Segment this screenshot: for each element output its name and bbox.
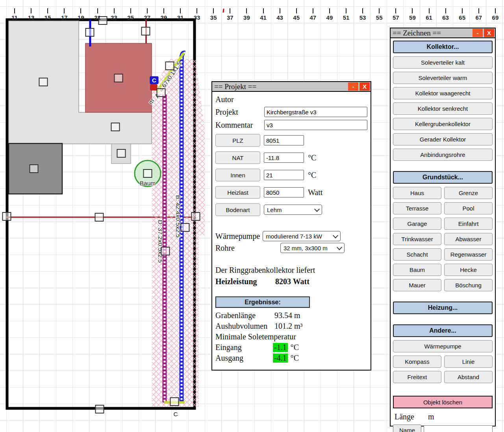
ausgang-label: Ausgang [215, 354, 273, 363]
heizung-header-button[interactable]: Heizung... [393, 302, 493, 314]
button-gerader-kollektor[interactable]: Gerader Kollektor [393, 133, 493, 145]
grabenlaenge-label: Grabenlänge [215, 311, 274, 320]
brine-distributor-cold[interactable]: C [150, 76, 158, 84]
ruler-number: 45 [293, 14, 300, 21]
name-button[interactable]: Name [393, 425, 421, 432]
ruler-number: 25 [127, 14, 134, 21]
button-abstand[interactable]: Abstand [444, 371, 493, 383]
selection-handle[interactable] [111, 123, 120, 131]
close-button[interactable]: X [359, 82, 370, 91]
button-linie[interactable]: Linie [444, 356, 493, 368]
project-titlebar[interactable]: == Projekt == - X [212, 82, 371, 92]
button-pool[interactable]: Pool [444, 202, 493, 214]
chevron-down-icon [333, 233, 338, 238]
selection-handle[interactable] [170, 398, 179, 406]
waermepumpe-select[interactable]: modulierend 7-13 kW [263, 231, 341, 241]
ruler-number: 55 [376, 14, 383, 21]
ruler-tick [379, 8, 380, 13]
minimize-button[interactable]: - [472, 29, 483, 37]
ruler-tick [47, 8, 48, 13]
heizlast-input[interactable] [264, 187, 304, 197]
selection-handle[interactable] [142, 27, 150, 35]
selection-handle[interactable] [192, 212, 200, 220]
button-soleverteiler-warm[interactable]: Soleverteiler warm [393, 72, 493, 84]
ruler-tick [114, 8, 115, 13]
button-kompass[interactable]: Kompass [393, 356, 441, 368]
button-soleverteiler-kalt[interactable]: Soleverteiler kalt [393, 56, 493, 69]
ruler-tick [180, 8, 181, 13]
selection-handle[interactable] [96, 405, 104, 413]
innen-button[interactable]: Innen [215, 169, 260, 181]
bodenart-select[interactable]: Lehm [264, 205, 322, 215]
ruler-number: 53 [359, 14, 366, 21]
grundstueck-header-button[interactable]: Grundstück... [393, 171, 493, 184]
button-freitext[interactable]: Freitext [393, 371, 441, 383]
nat-input[interactable] [264, 153, 304, 163]
button-einfahrt[interactable]: Einfahrt [444, 218, 493, 230]
button-abwasser[interactable]: Abwasser [444, 233, 493, 245]
aushub-label: Aushubvolumen [215, 322, 274, 331]
button-hecke[interactable]: Hecke [444, 264, 493, 276]
svg-text:C: C [152, 77, 156, 84]
button-garage[interactable]: Garage [393, 218, 441, 230]
button-kollektor-waagerecht[interactable]: Kollektor waagerecht [393, 87, 493, 99]
innen-unit: °C [308, 171, 316, 180]
button-terrasse[interactable]: Terrasse [393, 202, 441, 214]
button-haus[interactable]: Haus [393, 187, 441, 199]
selection-handle[interactable] [115, 74, 123, 82]
bodenart-button[interactable]: Bodenart [215, 203, 260, 216]
andere-header-button[interactable]: Andere... [393, 324, 493, 337]
brine-distributor-warm[interactable] [150, 84, 157, 90]
draw-panel: == Zeichnen == - X Kollektor... Solevert… [390, 28, 496, 426]
button-baum[interactable]: Baum [393, 264, 441, 276]
button-kollektor-senkrecht[interactable]: Kollektor senkrecht [393, 102, 493, 115]
button-kellergrubenkollektor[interactable]: Kellergrubenkollektor [393, 118, 493, 130]
ruler-tick [462, 8, 463, 13]
button-anbindungsrohre[interactable]: Anbindungsrohre [393, 149, 493, 161]
button-grenze[interactable]: Grenze [444, 187, 493, 199]
ruler-tick [313, 8, 313, 13]
button-b-schung[interactable]: Böschung [444, 279, 493, 291]
innen-input[interactable] [264, 170, 304, 180]
selection-handle[interactable] [166, 62, 174, 70]
ruler-number: 65 [459, 14, 465, 21]
button-schacht[interactable]: Schacht [393, 248, 441, 261]
button-regenwasser[interactable]: Regenwasser [444, 248, 493, 261]
selection-handle[interactable] [181, 223, 189, 231]
button-mauer[interactable]: Mauer [393, 279, 441, 291]
selection-handle[interactable] [144, 169, 152, 177]
results-header: Ergebnisse: [215, 296, 310, 308]
close-button[interactable]: X [484, 29, 494, 37]
nat-button[interactable]: NAT [215, 151, 260, 164]
selection-handle[interactable] [30, 165, 38, 173]
rohre-select[interactable]: 32 mm, 3x300 m [280, 243, 345, 253]
selection-handle[interactable] [86, 28, 94, 36]
ruler-number: 43 [276, 14, 283, 21]
heizlast-button[interactable]: Heizlast [215, 186, 260, 199]
rohre-label: Rohre [215, 244, 280, 253]
kommentar-input[interactable] [264, 120, 367, 130]
selection-handle[interactable] [3, 212, 11, 220]
ruler-number: 57 [393, 14, 399, 21]
ruler-tick [329, 8, 330, 13]
draw-titlebar[interactable]: == Zeichnen == - X [391, 28, 495, 38]
kollektor-header-button[interactable]: Kollektor... [393, 41, 493, 53]
selection-handle[interactable] [157, 89, 165, 97]
selection-handle[interactable] [117, 149, 126, 157]
delete-object-button[interactable]: Objekt löschen [393, 396, 493, 408]
plz-input[interactable] [264, 135, 304, 145]
selection-handle[interactable] [161, 247, 170, 255]
plz-button[interactable]: PLZ [215, 134, 260, 147]
project-title: == Projekt == [214, 82, 256, 91]
projekt-input[interactable] [264, 107, 367, 117]
button-waermepumpe[interactable]: Wärmepumpe [393, 340, 493, 352]
minimize-button[interactable]: - [348, 82, 358, 91]
name-input[interactable] [424, 425, 493, 432]
button-trinkwasser[interactable]: Trinkwasser [393, 233, 441, 245]
ruler-number: 17 [61, 14, 68, 21]
selection-handle[interactable] [95, 213, 104, 221]
ruler-tick [130, 8, 131, 13]
ruler-tick [80, 8, 81, 13]
selection-handle[interactable] [39, 78, 48, 86]
ruler-tick [31, 8, 32, 13]
